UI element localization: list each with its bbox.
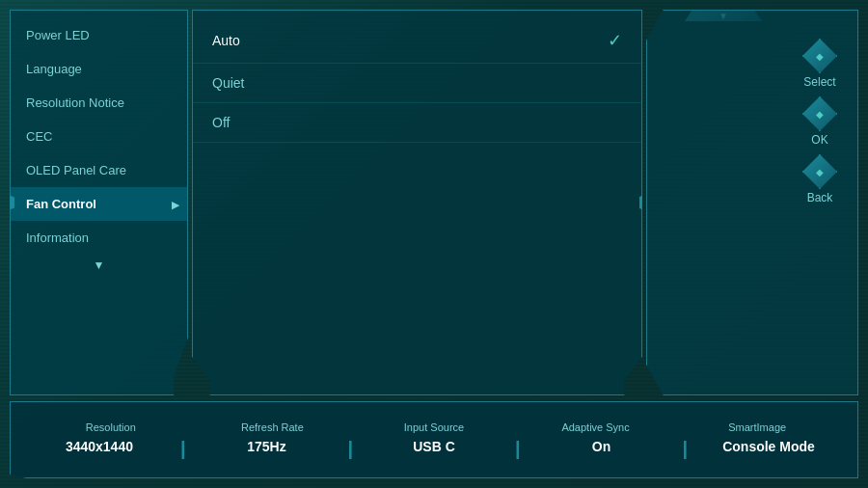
refresh-rate-value: 175Hz bbox=[198, 439, 337, 458]
sep-2: | bbox=[347, 439, 353, 458]
sidebar-item-fan-control[interactable]: Fan Control bbox=[11, 187, 187, 221]
option-quiet[interactable]: Quiet bbox=[193, 64, 641, 103]
sep-3: | bbox=[515, 439, 521, 458]
smart-image-value: Console Mode bbox=[699, 439, 838, 458]
select-diamond-icon: ◆ bbox=[802, 39, 837, 73]
sidebar-item-resolution-notice[interactable]: Resolution Notice bbox=[11, 86, 187, 120]
back-label: Back bbox=[807, 191, 833, 204]
checkmark-icon: ✓ bbox=[608, 30, 622, 51]
sidebar-scroll-down[interactable]: ▼ bbox=[11, 255, 187, 276]
input-source-label: Input Source bbox=[353, 421, 515, 433]
status-bar: Resolution Refresh Rate Input Source Ada… bbox=[10, 401, 858, 478]
nav-controls: ◆ Select ◆ OK ◆ Back bbox=[781, 29, 858, 214]
ok-label: OK bbox=[811, 133, 827, 147]
smart-image-label: SmartImage bbox=[676, 421, 838, 433]
sidebar-item-power-led[interactable]: Power LED bbox=[11, 18, 187, 52]
sep-4: | bbox=[682, 439, 688, 458]
nav-back-button[interactable]: ◆ Back bbox=[802, 154, 837, 204]
nav-select-button[interactable]: ◆ Select bbox=[802, 39, 837, 89]
resolution-label: Resolution bbox=[30, 421, 192, 433]
option-auto[interactable]: Auto ✓ bbox=[193, 18, 641, 64]
refresh-rate-label: Refresh Rate bbox=[192, 421, 354, 433]
sidebar-item-language[interactable]: Language bbox=[11, 52, 187, 86]
back-diamond-icon: ◆ bbox=[802, 154, 837, 189]
adaptive-sync-label: Adaptive Sync bbox=[515, 421, 677, 433]
sidebar-item-oled-panel-care[interactable]: OLED Panel Care bbox=[11, 153, 187, 187]
ok-diamond-icon: ◆ bbox=[802, 96, 837, 131]
input-source-value: USB C bbox=[365, 439, 503, 458]
nav-ok-button[interactable]: ◆ OK bbox=[802, 96, 837, 147]
sidebar-item-information[interactable]: Information bbox=[11, 221, 187, 255]
adaptive-sync-value: On bbox=[532, 439, 671, 458]
option-off[interactable]: Off bbox=[193, 103, 641, 143]
status-labels-row: Resolution Refresh Rate Input Source Ada… bbox=[30, 421, 838, 433]
sidebar-item-cec[interactable]: CEC bbox=[11, 120, 187, 153]
middle-panel: Auto ✓ Quiet Off bbox=[192, 10, 642, 395]
status-values-row: 3440x1440 | 175Hz | USB C | On | Console… bbox=[30, 439, 838, 458]
sep-1: | bbox=[180, 439, 186, 458]
resolution-value: 3440x1440 bbox=[30, 439, 169, 458]
select-label: Select bbox=[803, 75, 835, 89]
sidebar: Power LED Language Resolution Notice CEC… bbox=[10, 10, 188, 395]
